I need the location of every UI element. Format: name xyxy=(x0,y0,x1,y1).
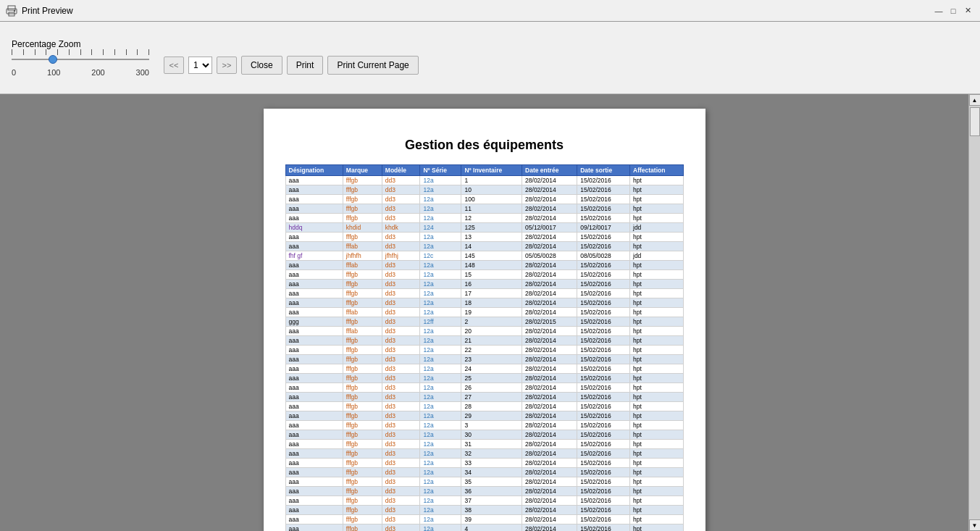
table-cell: hpt xyxy=(630,195,684,204)
table-cell: 11 xyxy=(461,204,522,214)
table-cell: hpt xyxy=(630,402,684,411)
table-cell: aaa xyxy=(285,289,343,298)
minimize-button[interactable]: — xyxy=(932,4,945,17)
table-cell: hpt xyxy=(630,364,684,374)
table-cell: aaa xyxy=(285,515,343,524)
table-cell: dd3 xyxy=(382,383,420,393)
table-cell: fffgb xyxy=(343,506,382,515)
table-cell: hpt xyxy=(630,308,684,317)
table-cell: 28/02/2014 xyxy=(522,496,577,506)
table-cell: jfhfhj xyxy=(382,251,420,261)
table-row: aaafffgbdd312a3728/02/201415/02/2016hpt xyxy=(285,496,683,506)
table-cell: aaa xyxy=(285,185,343,195)
page-selector[interactable]: 1 2 3 xyxy=(188,57,212,74)
table-row: aaafffgbdd312a2228/02/201415/02/2016hpt xyxy=(285,346,683,355)
table-cell: fffab xyxy=(343,308,382,317)
table-cell: 124 xyxy=(420,223,461,233)
table-cell: aaa xyxy=(285,233,343,242)
table-cell: dd3 xyxy=(382,364,420,374)
table-cell: 13 xyxy=(461,233,522,242)
table-cell: 12a xyxy=(420,430,461,440)
tick-13 xyxy=(148,49,149,55)
table-cell: dd3 xyxy=(382,327,420,336)
table-cell: dd3 xyxy=(382,298,420,308)
table-cell: dd3 xyxy=(382,468,420,477)
prev-page-button[interactable]: << xyxy=(164,57,184,74)
table-cell: 15/02/2016 xyxy=(577,233,630,242)
table-cell: 12a xyxy=(420,233,461,242)
table-cell: jdd xyxy=(630,251,684,261)
table-cell: aaa xyxy=(285,506,343,515)
table-cell: 28/02/2014 xyxy=(522,477,577,487)
table-cell: dd3 xyxy=(382,270,420,280)
slider-container: 0 100 200 300 xyxy=(12,52,149,77)
table-cell: hpt xyxy=(630,430,684,440)
table-cell: dd3 xyxy=(382,411,420,421)
table-cell: 12a xyxy=(420,261,461,270)
table-cell: 15/02/2016 xyxy=(577,421,630,430)
close-button[interactable]: ✕ xyxy=(961,4,974,17)
table-cell: fffab xyxy=(343,242,382,251)
report-title: Gestion des équipements xyxy=(285,138,684,153)
table-cell: 22 xyxy=(461,346,522,355)
table-cell: aaa xyxy=(285,459,343,468)
title-bar-text: Print Preview xyxy=(22,6,73,16)
table-row: aaafffgbdd312a2728/02/201415/02/2016hpt xyxy=(285,393,683,402)
table-cell: aaa xyxy=(285,449,343,459)
table-cell: 4 xyxy=(461,524,522,532)
table-cell: fffgb xyxy=(343,421,382,430)
table-cell: 15/02/2016 xyxy=(577,440,630,449)
table-cell: 2 xyxy=(461,317,522,327)
table-cell: hpt xyxy=(630,374,684,383)
print-button[interactable]: Print xyxy=(287,56,324,75)
scroll-up-arrow[interactable]: ▲ xyxy=(969,94,981,106)
scroll-thumb[interactable] xyxy=(970,107,980,136)
slider-thumb[interactable] xyxy=(49,55,57,64)
table-cell: 15/02/2016 xyxy=(577,336,630,346)
zoom-slider[interactable] xyxy=(12,52,149,67)
table-header-cell: Nº Inventaire xyxy=(461,165,522,176)
table-cell: 28/02/2014 xyxy=(522,402,577,411)
table-cell: aaa xyxy=(285,195,343,204)
table-row: aaafffgbdd312a2328/02/201415/02/2016hpt xyxy=(285,355,683,364)
table-cell: 35 xyxy=(461,477,522,487)
next-page-button[interactable]: >> xyxy=(217,57,237,74)
table-cell: hpt xyxy=(630,411,684,421)
table-cell: dd3 xyxy=(382,280,420,289)
table-cell: dd3 xyxy=(382,308,420,317)
scroll-down-arrow[interactable]: ▼ xyxy=(969,519,981,531)
maximize-button[interactable]: □ xyxy=(947,4,960,17)
table-cell: hpt xyxy=(630,393,684,402)
close-button[interactable]: Close xyxy=(241,56,282,75)
table-cell: 12ff xyxy=(420,317,461,327)
table-cell: dd3 xyxy=(382,336,420,346)
table-cell: aaa xyxy=(285,204,343,214)
slider-ticks xyxy=(12,49,149,55)
table-row: aaafffgbdd312a3228/02/201415/02/2016hpt xyxy=(285,449,683,459)
print-current-button[interactable]: Print Current Page xyxy=(327,56,418,75)
table-cell: fffgb xyxy=(343,336,382,346)
tick-10 xyxy=(114,49,115,55)
table-cell: hpt xyxy=(630,280,684,289)
table-header-cell: Marque xyxy=(343,165,382,176)
table-cell: 15/02/2016 xyxy=(577,515,630,524)
table-cell: aaa xyxy=(285,346,343,355)
table-cell: 12a xyxy=(420,383,461,393)
table-cell: 15/02/2016 xyxy=(577,242,630,251)
table-cell: 25 xyxy=(461,374,522,383)
table-cell: 12a xyxy=(420,496,461,506)
table-cell: 28 xyxy=(461,402,522,411)
table-cell: fffgb xyxy=(343,459,382,468)
table-cell: fffgb xyxy=(343,317,382,327)
table-cell: 15/02/2016 xyxy=(577,317,630,327)
table-cell: 15/02/2016 xyxy=(577,298,630,308)
table-cell: hpt xyxy=(630,524,684,532)
content-scroll[interactable]: Gestion des équipements DésignationMarqu… xyxy=(0,94,968,531)
slider-label-0: 0 xyxy=(12,68,16,77)
table-cell: 28/02/2014 xyxy=(522,355,577,364)
table-cell: fffgb xyxy=(343,477,382,487)
table-cell: dd3 xyxy=(382,421,420,430)
tick-12 xyxy=(137,49,138,55)
table-cell: 33 xyxy=(461,459,522,468)
table-cell: 28/02/2014 xyxy=(522,364,577,374)
